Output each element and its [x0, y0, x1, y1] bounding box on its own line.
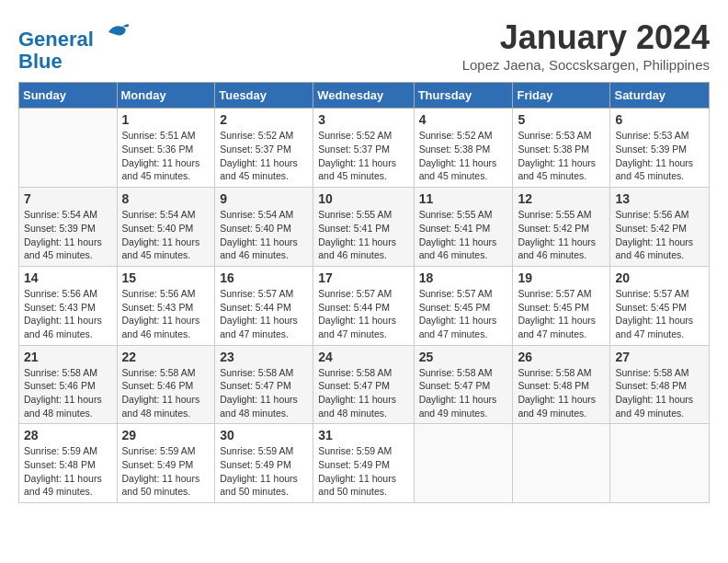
- calendar-cell: 11Sunrise: 5:55 AM Sunset: 5:41 PM Dayli…: [414, 188, 513, 267]
- day-info: Sunrise: 5:57 AM Sunset: 5:45 PM Dayligh…: [615, 287, 704, 341]
- day-info: Sunrise: 5:53 AM Sunset: 5:39 PM Dayligh…: [615, 129, 704, 183]
- day-number: 21: [24, 350, 112, 364]
- day-info: Sunrise: 5:53 AM Sunset: 5:38 PM Dayligh…: [518, 129, 605, 183]
- day-number: 16: [220, 270, 308, 285]
- calendar-cell: 4Sunrise: 5:52 AM Sunset: 5:38 PM Daylig…: [414, 109, 513, 188]
- day-number: 14: [24, 270, 112, 285]
- day-info: Sunrise: 5:59 AM Sunset: 5:48 PM Dayligh…: [24, 444, 112, 499]
- day-info: Sunrise: 5:58 AM Sunset: 5:48 PM Dayligh…: [518, 366, 605, 420]
- week-row-5: 28Sunrise: 5:59 AM Sunset: 5:48 PM Dayli…: [19, 424, 710, 503]
- calendar-cell: 7Sunrise: 5:54 AM Sunset: 5:39 PM Daylig…: [19, 188, 118, 267]
- day-number: 20: [615, 270, 704, 285]
- day-number: 15: [122, 270, 210, 285]
- calendar-cell: 19Sunrise: 5:57 AM Sunset: 5:45 PM Dayli…: [513, 266, 610, 345]
- week-row-2: 7Sunrise: 5:54 AM Sunset: 5:39 PM Daylig…: [19, 188, 710, 267]
- calendar-cell: 12Sunrise: 5:55 AM Sunset: 5:42 PM Dayli…: [513, 188, 610, 267]
- day-number: 12: [518, 191, 605, 206]
- calendar-table: Sunday Monday Tuesday Wednesday Thursday…: [18, 82, 710, 503]
- day-info: Sunrise: 5:56 AM Sunset: 5:43 PM Dayligh…: [24, 287, 112, 341]
- day-number: 22: [122, 350, 210, 364]
- day-info: Sunrise: 5:57 AM Sunset: 5:44 PM Dayligh…: [318, 287, 408, 341]
- calendar-cell: 2Sunrise: 5:52 AM Sunset: 5:37 PM Daylig…: [215, 109, 313, 188]
- day-number: 1: [122, 112, 210, 127]
- logo-blue: Blue: [18, 50, 63, 73]
- day-info: Sunrise: 5:57 AM Sunset: 5:45 PM Dayligh…: [518, 287, 605, 341]
- calendar-cell: 26Sunrise: 5:58 AM Sunset: 5:48 PM Dayli…: [513, 345, 610, 424]
- calendar-cell: 6Sunrise: 5:53 AM Sunset: 5:39 PM Daylig…: [610, 109, 710, 188]
- day-number: 5: [518, 112, 605, 127]
- day-number: 2: [220, 112, 308, 127]
- day-info: Sunrise: 5:54 AM Sunset: 5:40 PM Dayligh…: [122, 208, 210, 262]
- day-info: Sunrise: 5:54 AM Sunset: 5:40 PM Dayligh…: [220, 208, 308, 262]
- day-info: Sunrise: 5:52 AM Sunset: 5:37 PM Dayligh…: [318, 129, 408, 183]
- calendar-cell: 10Sunrise: 5:55 AM Sunset: 5:41 PM Dayli…: [313, 188, 414, 267]
- header-wednesday: Wednesday: [313, 83, 414, 109]
- calendar-cell: 3Sunrise: 5:52 AM Sunset: 5:37 PM Daylig…: [313, 109, 414, 188]
- day-number: 7: [24, 191, 112, 206]
- calendar-cell: 23Sunrise: 5:58 AM Sunset: 5:47 PM Dayli…: [215, 345, 313, 424]
- day-number: 26: [518, 350, 605, 364]
- calendar-cell: [414, 424, 513, 503]
- day-info: Sunrise: 5:58 AM Sunset: 5:46 PM Dayligh…: [122, 366, 210, 420]
- calendar-cell: [19, 109, 118, 188]
- calendar-cell: 24Sunrise: 5:58 AM Sunset: 5:47 PM Dayli…: [313, 345, 414, 424]
- calendar-cell: [513, 424, 610, 503]
- calendar-body: 1Sunrise: 5:51 AM Sunset: 5:36 PM Daylig…: [19, 109, 710, 503]
- header-tuesday: Tuesday: [215, 83, 313, 109]
- calendar-cell: 16Sunrise: 5:57 AM Sunset: 5:44 PM Dayli…: [215, 266, 313, 345]
- day-number: 27: [615, 350, 704, 364]
- calendar-cell: 15Sunrise: 5:56 AM Sunset: 5:43 PM Dayli…: [117, 266, 215, 345]
- calendar-cell: 20Sunrise: 5:57 AM Sunset: 5:45 PM Dayli…: [610, 266, 710, 345]
- day-number: 6: [615, 112, 704, 127]
- logo-text: General Blue: [18, 18, 131, 73]
- day-info: Sunrise: 5:58 AM Sunset: 5:47 PM Dayligh…: [220, 366, 308, 420]
- week-row-4: 21Sunrise: 5:58 AM Sunset: 5:46 PM Dayli…: [19, 345, 710, 424]
- day-info: Sunrise: 5:57 AM Sunset: 5:45 PM Dayligh…: [419, 287, 508, 341]
- day-number: 29: [122, 428, 210, 442]
- logo-general: General: [18, 28, 94, 51]
- day-info: Sunrise: 5:58 AM Sunset: 5:47 PM Dayligh…: [419, 366, 508, 420]
- day-number: 11: [419, 191, 508, 206]
- calendar-cell: 5Sunrise: 5:53 AM Sunset: 5:38 PM Daylig…: [513, 109, 610, 188]
- day-info: Sunrise: 5:58 AM Sunset: 5:48 PM Dayligh…: [615, 366, 704, 420]
- day-number: 23: [220, 350, 308, 364]
- calendar-cell: 21Sunrise: 5:58 AM Sunset: 5:46 PM Dayli…: [19, 345, 118, 424]
- day-info: Sunrise: 5:59 AM Sunset: 5:49 PM Dayligh…: [220, 444, 308, 499]
- header-saturday: Saturday: [610, 83, 710, 109]
- logo: General Blue: [18, 18, 131, 73]
- day-number: 18: [419, 270, 508, 285]
- header-row: Sunday Monday Tuesday Wednesday Thursday…: [19, 83, 710, 109]
- header-friday: Friday: [513, 83, 610, 109]
- calendar-cell: 9Sunrise: 5:54 AM Sunset: 5:40 PM Daylig…: [215, 188, 313, 267]
- calendar-cell: 13Sunrise: 5:56 AM Sunset: 5:42 PM Dayli…: [610, 188, 710, 267]
- calendar-cell: 30Sunrise: 5:59 AM Sunset: 5:49 PM Dayli…: [215, 424, 313, 503]
- day-number: 24: [318, 350, 408, 364]
- header-sunday: Sunday: [19, 83, 118, 109]
- calendar-cell: 25Sunrise: 5:58 AM Sunset: 5:47 PM Dayli…: [414, 345, 513, 424]
- location-title: Lopez Jaena, Soccsksargen, Philippines: [462, 57, 710, 73]
- title-section: January 2024 Lopez Jaena, Soccsksargen, …: [462, 18, 710, 73]
- day-info: Sunrise: 5:59 AM Sunset: 5:49 PM Dayligh…: [122, 444, 210, 499]
- day-info: Sunrise: 5:58 AM Sunset: 5:47 PM Dayligh…: [318, 366, 408, 420]
- day-info: Sunrise: 5:58 AM Sunset: 5:46 PM Dayligh…: [24, 366, 112, 420]
- calendar-cell: 31Sunrise: 5:59 AM Sunset: 5:49 PM Dayli…: [313, 424, 414, 503]
- day-info: Sunrise: 5:56 AM Sunset: 5:42 PM Dayligh…: [615, 208, 704, 262]
- day-number: 4: [419, 112, 508, 127]
- day-number: 17: [318, 270, 408, 285]
- calendar-header: Sunday Monday Tuesday Wednesday Thursday…: [19, 83, 710, 109]
- day-number: 9: [220, 191, 308, 206]
- day-info: Sunrise: 5:51 AM Sunset: 5:36 PM Dayligh…: [122, 129, 210, 183]
- day-info: Sunrise: 5:52 AM Sunset: 5:38 PM Dayligh…: [419, 129, 508, 183]
- day-number: 3: [318, 112, 408, 127]
- calendar-cell: 18Sunrise: 5:57 AM Sunset: 5:45 PM Dayli…: [414, 266, 513, 345]
- week-row-1: 1Sunrise: 5:51 AM Sunset: 5:36 PM Daylig…: [19, 109, 710, 188]
- day-info: Sunrise: 5:55 AM Sunset: 5:41 PM Dayligh…: [419, 208, 508, 262]
- day-info: Sunrise: 5:59 AM Sunset: 5:49 PM Dayligh…: [318, 444, 408, 499]
- day-number: 8: [122, 191, 210, 206]
- calendar-cell: 28Sunrise: 5:59 AM Sunset: 5:48 PM Dayli…: [19, 424, 118, 503]
- day-info: Sunrise: 5:55 AM Sunset: 5:42 PM Dayligh…: [518, 208, 605, 262]
- header-monday: Monday: [117, 83, 215, 109]
- header-thursday: Thursday: [414, 83, 513, 109]
- day-info: Sunrise: 5:56 AM Sunset: 5:43 PM Dayligh…: [122, 287, 210, 341]
- calendar-cell: 22Sunrise: 5:58 AM Sunset: 5:46 PM Dayli…: [117, 345, 215, 424]
